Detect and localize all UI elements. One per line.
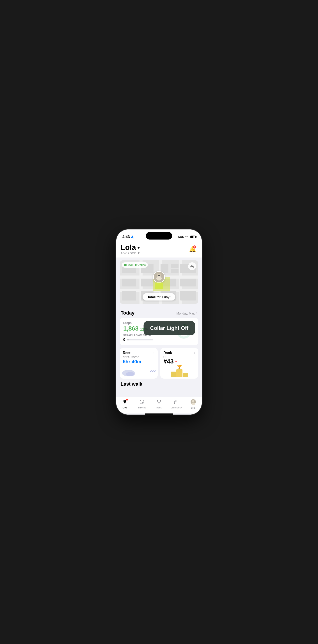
pet-name-text: Lola (120, 243, 136, 252)
pet-avatar (153, 271, 165, 283)
app-header: Lola TOY POODLE 🔔 4 (116, 241, 202, 258)
rank-number: #43 (164, 358, 174, 365)
trophy-nav-icon (156, 399, 162, 404)
nav-live-label: Live (122, 406, 127, 409)
steps-count: 1,863 (123, 325, 138, 332)
nav-item-community[interactable]: fi Community (168, 399, 185, 409)
podium-center: 🏆 (176, 370, 182, 377)
trophy-cup-icon: 🏆 (177, 364, 182, 370)
nav-timeline-icon (139, 399, 144, 406)
pet-breed-label: TOY POODLE (120, 252, 140, 255)
rest-card-subtitle: NAPS TODAY (123, 355, 154, 358)
activity-card-wrapper: Steps 1,863 11% STRAIN: LOW/RESTED 0 (116, 318, 202, 345)
pet-avatar-image (154, 272, 164, 282)
rank-fi-label: FI (164, 355, 195, 358)
rank-card-title: Rank (164, 351, 195, 355)
metrics-cards-row: Rest › NAPS TODAY 5hr 40m zzz Rank › FI (120, 348, 198, 378)
time-display: 4:43 (122, 235, 130, 239)
online-dot (135, 264, 137, 266)
nav-item-timeline[interactable]: Timeline (133, 399, 150, 409)
svg-rect-1 (124, 264, 126, 266)
phone-screen: 4:43 SOS (116, 230, 202, 414)
nav-rank-label: Rank (156, 406, 162, 409)
pet-name-section: Lola TOY POODLE (120, 243, 140, 255)
map-online-status: Online (135, 264, 146, 266)
today-section-header: Today Monday, Mar. 4 (116, 307, 202, 318)
rest-card-title: Rest (123, 351, 154, 355)
main-content[interactable]: Lola TOY POODLE 🔔 4 (116, 241, 202, 397)
strain-value: 0 (123, 338, 125, 342)
collar-light-toast: Collar Light Off (144, 321, 195, 335)
zzz-icon: zzz (150, 368, 156, 373)
notification-button[interactable]: 🔔 4 (188, 244, 198, 254)
map-battery-status: 86% (124, 264, 133, 266)
bottom-navigation: Live Timeline (116, 397, 202, 414)
clock-icon (139, 399, 144, 404)
svg-point-14 (158, 276, 160, 276)
sos-indicator: SOS (178, 235, 184, 238)
pet-name-chevron-icon[interactable] (137, 247, 140, 249)
notification-badge: 4 (192, 245, 196, 249)
today-date: Monday, Mar. 4 (176, 312, 198, 315)
location-duration: for 1 day › (156, 295, 172, 299)
nav-item-profile[interactable]: Lola (185, 399, 202, 409)
online-label: Online (138, 264, 146, 266)
nav-community-label: Community (170, 406, 182, 409)
home-indicator (116, 414, 202, 414)
sleep-illustration: zzz (120, 366, 158, 376)
svg-text:fi: fi (174, 400, 176, 404)
home-location-pill[interactable]: Home for 1 day › (142, 293, 175, 300)
nav-item-rank[interactable]: Rank (150, 399, 168, 409)
home-label: Home (146, 295, 156, 299)
last-walk-title: Last walk (120, 381, 198, 387)
rank-down-arrow-icon: ▼ (174, 360, 178, 363)
rank-chevron-icon: › (194, 351, 195, 355)
svg-point-12 (158, 275, 159, 276)
nav-profile-label: Lola (191, 407, 196, 409)
podium-right (183, 373, 188, 377)
strain-fill (127, 339, 129, 340)
dynamic-island (146, 232, 172, 240)
rank-value-display: #43 ▼ (164, 358, 195, 365)
rest-card[interactable]: Rest › NAPS TODAY 5hr 40m zzz (120, 348, 158, 378)
svg-point-13 (159, 275, 160, 276)
fi-logo-icon: fi (174, 399, 179, 404)
podium: 🏆 (171, 370, 188, 377)
map-section[interactable]: 86% Online (120, 260, 198, 304)
nav-community-icon: fi (174, 399, 179, 406)
trophy-illustration: 🏆 (160, 365, 198, 377)
last-walk-section: Last walk (116, 381, 202, 392)
status-right: SOS (178, 235, 196, 238)
location-pin (154, 282, 164, 289)
map-settings-button[interactable] (188, 262, 196, 270)
rest-value: 5hr 40m (123, 359, 154, 364)
dog-avatar-svg (154, 272, 164, 282)
pet-name[interactable]: Lola (120, 243, 140, 252)
nav-timeline-label: Timeline (138, 406, 146, 409)
battery-small-icon (124, 264, 127, 266)
status-time: 4:43 (122, 235, 134, 239)
collar-toast-message: Collar Light Off (150, 325, 188, 331)
nav-live-icon (122, 399, 128, 406)
svg-rect-2 (127, 265, 127, 266)
strain-bar: 0 (123, 338, 176, 342)
wifi-icon (185, 236, 188, 238)
strain-track (127, 339, 153, 340)
pet-location-marker[interactable] (153, 271, 165, 289)
nav-rank-icon (156, 399, 162, 406)
nav-profile-avatar (190, 399, 196, 406)
rank-card[interactable]: Rank › FI #43 ▼ 🏆 (160, 348, 198, 378)
svg-point-20 (192, 400, 194, 402)
notification-count: 4 (194, 246, 195, 248)
sparkle-icon (190, 264, 194, 268)
profile-avatar-svg (190, 399, 196, 405)
nav-item-live[interactable]: Live (116, 399, 133, 409)
today-title: Today (120, 310, 134, 316)
location-active-icon (131, 235, 134, 238)
phone-frame: 4:43 SOS (116, 230, 202, 414)
map-battery-percent: 86% (128, 264, 133, 266)
live-red-dot (126, 399, 128, 400)
map-status-bar: 86% Online (122, 262, 148, 268)
home-bar (145, 414, 173, 414)
rest-chevron-icon: › (154, 351, 154, 355)
